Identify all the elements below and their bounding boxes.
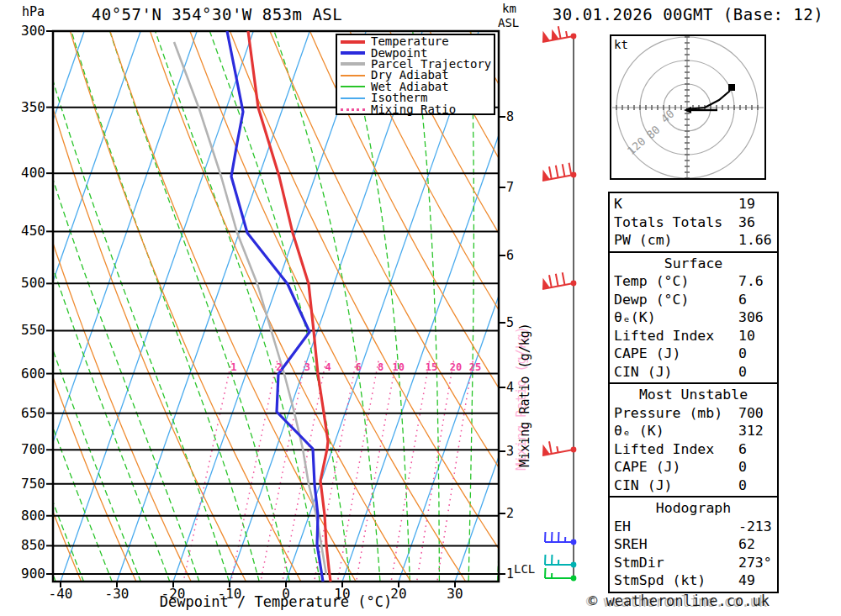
mixing-ratio-value-label: 10 — [388, 361, 410, 373]
table-row: K19 — [614, 195, 773, 213]
indices-table: K19Totals Totals36PW (cm)1.66 Surface Te… — [608, 192, 779, 593]
row-label: CAPE (J) — [614, 345, 738, 363]
wind-barb — [545, 568, 576, 581]
row-label: StmSpd (kt) — [614, 571, 738, 590]
hodograph-unit-label: kt — [614, 38, 628, 51]
table-row: EH-213 — [614, 518, 773, 536]
asl-axis-label: ASL — [498, 16, 519, 29]
row-label: CIN (J) — [614, 363, 738, 382]
row-label: EH — [614, 518, 738, 536]
row-value: 1.66 — [738, 231, 773, 250]
wind-barb — [542, 441, 576, 455]
page-title: 40°57'N 354°30'W 853m ASL — [49, 5, 385, 24]
temp-tick-label: 0 — [267, 586, 304, 602]
wind-barb-column — [542, 26, 576, 581]
km-axis-label: km — [502, 2, 516, 15]
table-row: CAPE (J)0 — [614, 458, 773, 476]
row-value: 62 — [738, 535, 773, 554]
table-row: StmDir273° — [614, 554, 773, 572]
legend-line-sample — [341, 51, 365, 55]
legend-line-sample — [341, 97, 365, 99]
mixing-ratio-value-label: 25 — [464, 361, 486, 373]
legend-line-sample — [341, 40, 365, 44]
table-row: Lifted Index6 — [614, 440, 773, 459]
row-value: -213 — [738, 518, 773, 536]
row-value: 19 — [738, 195, 773, 213]
hodograph-ring-label: 120 — [625, 134, 648, 157]
wind-barb — [545, 555, 576, 567]
temp-tick-label: -30 — [98, 586, 135, 602]
row-value: 700 — [738, 404, 773, 423]
row-value: 0 — [738, 345, 773, 363]
table-row: CIN (J)0 — [614, 363, 773, 382]
temp-tick-label: -40 — [42, 586, 79, 602]
km-tick-label: 2 — [506, 506, 521, 521]
row-value: 7.6 — [738, 272, 773, 291]
mixing-ratio-value-label: 15 — [420, 361, 442, 373]
pressure-tick-label: 650 — [12, 405, 45, 421]
table-row: SREH62 — [614, 535, 773, 554]
pressure-tick-label: 450 — [12, 223, 45, 239]
hodograph-inner: 4080120 — [612, 37, 764, 178]
temp-tick-label: -20 — [155, 586, 192, 602]
legend-line-sample — [341, 86, 365, 87]
skewt-sounding-app: { "header": { "unit_left": "hPa", "title… — [0, 0, 841, 616]
temp-tick-label: 30 — [436, 586, 473, 602]
mixing-ratio-value-label: 3 — [296, 361, 318, 373]
row-value: 0 — [738, 476, 773, 495]
row-value: 6 — [738, 440, 773, 459]
km-tick-label: 1 — [506, 566, 521, 582]
pressure-tick-label: 400 — [12, 165, 45, 181]
table-row: Dewp (°C)6 — [614, 291, 773, 309]
row-label: CIN (J) — [614, 476, 738, 495]
row-label: θₑ (K) — [614, 422, 738, 440]
pressure-tick-label: 850 — [12, 537, 45, 553]
row-label: Dewp (°C) — [614, 291, 738, 309]
km-tick-label: 3 — [506, 444, 521, 459]
mixing-ratio-value-label: 4 — [317, 361, 339, 373]
table-row: Temp (°C)7.6 — [614, 272, 773, 291]
row-label: K — [614, 195, 738, 213]
wind-barb — [542, 163, 576, 181]
row-label: Totals Totals — [614, 213, 738, 232]
pressure-tick-label: 800 — [12, 508, 45, 524]
row-label: Temp (°C) — [614, 272, 738, 291]
temperature-curve — [248, 31, 331, 582]
km-tick-label: 8 — [506, 109, 521, 124]
temp-tick-label: 10 — [324, 586, 361, 602]
row-value: 6 — [738, 291, 773, 309]
section-title: Most Unstable — [614, 386, 773, 404]
pressure-tick-label: 600 — [12, 366, 45, 382]
temp-tick-label: -10 — [211, 586, 248, 602]
row-value: 0 — [738, 458, 773, 476]
row-label: PW (cm) — [614, 231, 738, 250]
row-label: SREH — [614, 535, 738, 554]
hodograph-section: Hodograph EH-213SREH62StmDir273°StmSpd (… — [608, 496, 779, 593]
pressure-tick-label: 700 — [12, 441, 45, 457]
mixing-ratio-value-label: 6 — [347, 361, 369, 373]
table-row: Totals Totals36 — [614, 213, 773, 232]
most-unstable-section: Most Unstable Pressure (mb)700θₑ (K)312L… — [608, 382, 779, 498]
hodograph-marker — [728, 84, 735, 91]
watermark: © weatheronline.co.uk — [589, 592, 770, 609]
profile-curves — [174, 31, 331, 582]
row-value: 36 — [738, 213, 773, 232]
legend-item-label: Mixing Ratio — [371, 104, 456, 115]
pressure-tick-label: 750 — [12, 476, 45, 492]
date-title: 30.01.2026 00GMT (Base: 12) — [537, 5, 839, 24]
km-tick-label: 7 — [506, 180, 521, 195]
row-label: θₑ(K) — [614, 308, 738, 327]
section-title: Surface — [614, 255, 773, 273]
mixing-ratio-value-label: 2 — [268, 361, 290, 373]
pressure-tick-label: 300 — [12, 23, 45, 39]
row-label: CAPE (J) — [614, 458, 738, 476]
table-row: θₑ(K)306 — [614, 308, 773, 327]
wind-barb — [545, 532, 576, 545]
legend-item: Mixing Ratio — [341, 103, 494, 114]
hodograph-panel: 4080120kt — [611, 35, 765, 179]
km-tick-label: 6 — [506, 248, 521, 263]
km-tick-label: 5 — [506, 315, 521, 330]
surface-section: Surface Temp (°C)7.6Dewp (°C)6θₑ(K)306Li… — [608, 251, 779, 385]
hodograph-ring-label: 80 — [644, 124, 663, 142]
wind-barb — [542, 26, 576, 42]
